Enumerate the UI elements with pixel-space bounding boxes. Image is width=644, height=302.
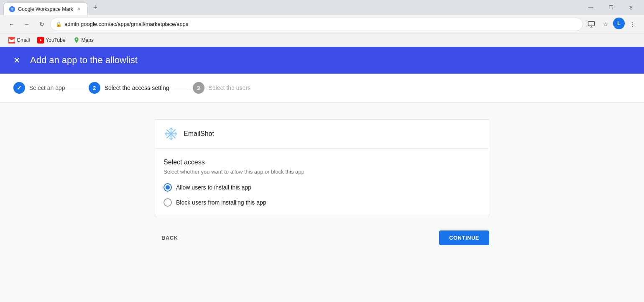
new-tab-button[interactable]: + bbox=[89, 2, 101, 13]
address-bar[interactable]: 🔒 admin.google.com/ac/apps/gmail/marketp… bbox=[50, 18, 583, 31]
tab-close-button[interactable]: × bbox=[76, 6, 82, 13]
stepper: ✓ Select an app 2 Select the access sett… bbox=[0, 74, 644, 102]
lock-icon: 🔒 bbox=[56, 21, 62, 27]
translate-button[interactable] bbox=[585, 18, 598, 31]
bookmark-gmail[interactable]: Gmail bbox=[5, 36, 33, 44]
radio-allow-circle[interactable] bbox=[164, 183, 172, 192]
bookmark-maps-label: Maps bbox=[82, 37, 94, 43]
svg-rect-2 bbox=[588, 21, 595, 26]
back-button[interactable]: BACK bbox=[155, 231, 185, 244]
radio-allow-label: Allow users to install this app bbox=[176, 184, 251, 191]
radio-block-circle[interactable] bbox=[164, 198, 172, 207]
select-access-description: Select whether you want to allow this ap… bbox=[164, 169, 480, 175]
radio-block-label: Block users from installing this app bbox=[176, 199, 266, 206]
main-area: EmailShot Select access Select whether y… bbox=[0, 102, 644, 269]
step-divider-1 bbox=[69, 88, 85, 88]
step-1-number: ✓ bbox=[13, 82, 25, 94]
close-page-button[interactable]: ✕ bbox=[10, 54, 23, 67]
app-icon bbox=[164, 126, 179, 141]
youtube-favicon bbox=[37, 37, 44, 44]
app-name: EmailShot bbox=[184, 130, 214, 138]
footer-actions: BACK CONTINUE bbox=[155, 217, 489, 252]
gmail-favicon bbox=[8, 37, 15, 44]
nav-actions: ☆ L ⋮ bbox=[585, 18, 639, 31]
page-title: Add an app to the allowlist bbox=[30, 55, 138, 66]
step-3: 3 Select the users bbox=[193, 82, 250, 94]
more-button[interactable]: ⋮ bbox=[626, 18, 639, 31]
step-1: ✓ Select an app bbox=[13, 82, 65, 94]
svg-text:G: G bbox=[11, 7, 13, 11]
active-tab[interactable]: G Google Workspace Mark × bbox=[3, 3, 88, 15]
continue-button[interactable]: CONTINUE bbox=[439, 230, 489, 245]
tab-bar: G Google Workspace Mark × + — ❐ ✕ bbox=[0, 0, 644, 15]
address-text: admin.google.com/ac/apps/gmail/marketpla… bbox=[64, 21, 578, 27]
nav-bar: ← → ↻ 🔒 admin.google.com/ac/apps/gmail/m… bbox=[0, 15, 644, 33]
step-2-label: Select the access setting bbox=[105, 84, 169, 91]
step-3-number: 3 bbox=[193, 82, 204, 94]
maximize-button[interactable]: ❐ bbox=[601, 0, 621, 15]
maps-favicon bbox=[73, 37, 80, 44]
tab-favicon: G bbox=[9, 6, 15, 13]
refresh-button[interactable]: ↻ bbox=[35, 18, 49, 31]
select-access-title: Select access bbox=[164, 159, 480, 166]
profile-button[interactable]: L bbox=[613, 18, 625, 29]
minimize-button[interactable]: — bbox=[581, 0, 601, 15]
window-controls: — ❐ ✕ bbox=[581, 0, 641, 15]
access-radio-group: Allow users to install this app Block us… bbox=[164, 183, 480, 207]
star-button[interactable]: ☆ bbox=[599, 18, 612, 31]
bookmarks-bar: Gmail YouTube Maps bbox=[0, 33, 644, 47]
bookmark-maps[interactable]: Maps bbox=[70, 36, 97, 44]
bookmark-gmail-label: Gmail bbox=[17, 37, 30, 43]
bookmark-youtube[interactable]: YouTube bbox=[34, 36, 69, 44]
page-content: ✓ Select an app 2 Select the access sett… bbox=[0, 74, 644, 302]
tab-title: Google Workspace Mark bbox=[18, 6, 73, 12]
app-header-card: EmailShot bbox=[155, 119, 489, 148]
step-divider-2 bbox=[173, 88, 189, 88]
svg-point-8 bbox=[76, 38, 77, 40]
bookmark-youtube-label: YouTube bbox=[46, 37, 65, 43]
forward-button[interactable]: → bbox=[20, 18, 33, 31]
page-header: ✕ Add an app to the allowlist bbox=[0, 47, 644, 74]
close-window-button[interactable]: ✕ bbox=[621, 0, 641, 15]
select-access-card: Select access Select whether you want to… bbox=[155, 148, 489, 217]
radio-block[interactable]: Block users from installing this app bbox=[164, 198, 480, 207]
checkmark-icon: ✓ bbox=[17, 84, 22, 91]
step-2: 2 Select the access setting bbox=[89, 82, 169, 94]
radio-allow[interactable]: Allow users to install this app bbox=[164, 183, 480, 192]
back-button[interactable]: ← bbox=[5, 18, 18, 31]
step-2-number: 2 bbox=[89, 82, 100, 94]
step-1-label: Select an app bbox=[29, 84, 65, 91]
step-3-label: Select the users bbox=[209, 84, 250, 91]
